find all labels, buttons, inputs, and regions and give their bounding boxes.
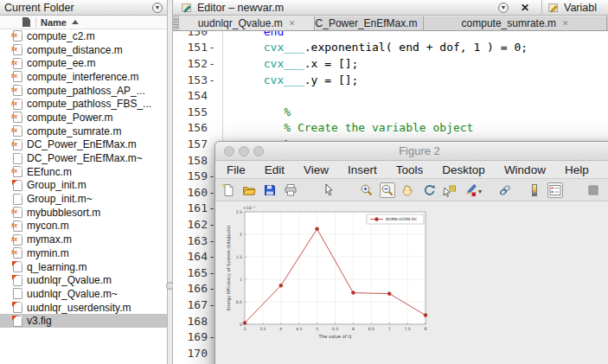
matlab-desktop: Current Folder ▼ Name compute_c2.mcomput… xyxy=(0,0,608,364)
svg-text:4: 4 xyxy=(279,327,282,331)
file-list-item[interactable]: uudnlqr_Qvalue.m xyxy=(0,273,167,287)
file-list-item[interactable]: v3.fig xyxy=(0,314,167,328)
file-list-item[interactable]: mymax.m xyxy=(0,233,167,246)
file-list-item[interactable]: compute_sumrate.m xyxy=(0,125,167,138)
file-list-item[interactable]: compute_ee.m xyxy=(0,56,167,70)
menu-file[interactable]: File xyxy=(227,163,246,176)
brush-dropdown-icon[interactable]: ▾ xyxy=(478,188,482,195)
file-list-item[interactable]: compute_pathloss_AP_... xyxy=(0,84,167,98)
file-list-item[interactable]: mymin.m xyxy=(0,246,167,260)
file-list-item[interactable]: compute_c2.m xyxy=(0,29,167,43)
code-line-153[interactable]: 153- cvx___.y = []; xyxy=(173,72,608,88)
svg-text:5: 5 xyxy=(316,327,318,331)
file-list-item[interactable]: compute_interference.m xyxy=(0,70,167,84)
code-line-155[interactable]: 155 % xyxy=(173,104,608,120)
file-list-item[interactable]: compute_distance.m xyxy=(0,43,167,57)
editor-close-icon[interactable]: ✕ xyxy=(521,2,529,14)
colorbar-icon[interactable] xyxy=(527,182,542,198)
file-list-item[interactable]: Group_init.m~ xyxy=(0,192,167,206)
print-icon[interactable] xyxy=(283,182,298,198)
current-folder-panel: Current Folder ▼ Name compute_c2.mcomput… xyxy=(0,0,167,364)
editor-tab-dc-power-enefmax-m[interactable]: DC_Power_EnEfMax.m✕ xyxy=(315,16,424,30)
pan-icon[interactable] xyxy=(400,182,416,198)
editor-icon xyxy=(181,2,193,14)
figure-menubar: FileEditViewInsertToolsDesktopWindowHelp xyxy=(215,161,608,179)
file-name: compute_Power.m xyxy=(27,112,112,124)
file-list-item[interactable]: mycon.m xyxy=(0,220,167,233)
tab-grip-handle[interactable] xyxy=(173,17,179,29)
svg-text:Energy Efficiency of System (b: Energy Efficiency of System (bits/Joule) xyxy=(226,226,232,310)
editor-tab-uudnlqr-qvalue-m[interactable]: uudnlqr_Qvalue.m✕ xyxy=(179,16,315,30)
line-number: 158 xyxy=(173,154,208,167)
window-zoom-button[interactable] xyxy=(253,146,264,156)
code-line-151[interactable]: 151- cvx___.exponential( end + dof, 1 ) … xyxy=(173,40,608,56)
file-list-item[interactable]: DC_Power_EnEfMax.m xyxy=(0,138,167,152)
file-list-item[interactable]: DC_Power_EnEfMax.m~ xyxy=(0,151,167,165)
code-line-152[interactable]: 152- cvx___.x = []; xyxy=(173,55,608,72)
current-folder-menu-icon[interactable]: ▼ xyxy=(152,3,163,13)
menu-desktop[interactable]: Desktop xyxy=(442,163,485,176)
editor-title: Editor – newvar.m xyxy=(197,2,284,14)
menu-insert[interactable]: Insert xyxy=(348,163,377,176)
pointer-icon[interactable] xyxy=(321,182,336,198)
sort-ascending-icon xyxy=(72,20,79,24)
file-list-item[interactable]: uudnlqr_Qvalue.m~ xyxy=(0,287,167,301)
tab-close-icon[interactable]: ✕ xyxy=(289,19,296,28)
brush-icon[interactable] xyxy=(463,182,478,198)
hide-plot-tools-icon[interactable] xyxy=(586,182,601,198)
mfile-function-icon xyxy=(13,85,22,96)
new-file-icon[interactable] xyxy=(221,182,236,198)
menu-window[interactable]: Window xyxy=(504,163,546,176)
data-cursor-icon[interactable] xyxy=(442,182,458,198)
menu-edit[interactable]: Edit xyxy=(265,163,285,176)
variable-editor-icon xyxy=(547,2,560,14)
breakpoint-column[interactable]: - xyxy=(208,73,216,86)
file-list-item[interactable]: EEfunc.m xyxy=(0,165,167,179)
menu-tools[interactable]: Tools xyxy=(396,163,424,176)
code-line-150[interactable]: 150 end xyxy=(173,31,608,40)
save-icon[interactable] xyxy=(262,182,278,198)
open-file-icon[interactable] xyxy=(241,182,257,198)
panel-splitter[interactable] xyxy=(167,0,173,364)
breakpoint-column[interactable]: - xyxy=(208,57,216,70)
window-minimize-button[interactable] xyxy=(239,146,249,156)
rotate-3d-icon[interactable] xyxy=(421,182,437,198)
file-list-column-header[interactable]: Name xyxy=(0,16,167,29)
file-name: compute_ee.m xyxy=(27,57,95,69)
mfile-script-icon xyxy=(13,180,22,191)
file-name: Group_init.m~ xyxy=(27,193,93,205)
editor-menu-icon[interactable]: ▼ xyxy=(498,3,509,13)
code-line-154[interactable]: 154 xyxy=(173,87,608,104)
zoom-out-icon[interactable] xyxy=(380,182,395,198)
document-icon xyxy=(22,17,30,27)
svg-text:2: 2 xyxy=(240,233,242,237)
menu-help[interactable]: Help xyxy=(565,163,589,176)
menu-view[interactable]: View xyxy=(304,163,329,176)
code-text: cvx___.x = []; xyxy=(216,57,608,70)
file-list-item[interactable]: compute_Power.m xyxy=(0,111,167,125)
svg-text:1: 1 xyxy=(240,278,242,282)
line-number: 153 xyxy=(173,73,208,86)
editor-tab-compute-sumrate-m[interactable]: compute_sumrate.m✕ xyxy=(424,16,607,30)
file-list-item[interactable]: q_learning.m xyxy=(0,260,167,274)
line-number: 166 xyxy=(173,282,208,295)
file-list-item[interactable]: uudnlqr_userdensity.m xyxy=(0,301,167,315)
tab-close-icon[interactable]: ✕ xyxy=(562,19,569,28)
breakpoint-column[interactable]: - xyxy=(208,41,216,54)
window-close-button[interactable] xyxy=(224,146,234,156)
link-plot-icon[interactable] xyxy=(497,182,513,198)
svg-text:3.5: 3.5 xyxy=(259,327,266,331)
tab-label: uudnlqr_Qvalue.m xyxy=(198,17,283,29)
file-list-item[interactable]: Group_init.m xyxy=(0,179,167,193)
svg-text:7.5: 7.5 xyxy=(404,327,410,331)
file-list-item[interactable]: mybubblesort.m xyxy=(0,206,167,220)
legend-icon[interactable] xyxy=(547,182,563,198)
zoom-in-icon[interactable] xyxy=(359,182,374,198)
figure-titlebar[interactable]: Figure 2 xyxy=(215,142,608,161)
file-name: uudnlqr_Qvalue.m xyxy=(27,274,112,286)
column-separator xyxy=(35,17,36,28)
code-line-156[interactable]: 156 % Create the variable object xyxy=(173,120,608,137)
mfile-function-icon xyxy=(13,207,22,218)
code-text: % Create the variable object xyxy=(216,121,608,134)
file-list-item[interactable]: compute_pathloss_FBS_... xyxy=(0,97,167,111)
